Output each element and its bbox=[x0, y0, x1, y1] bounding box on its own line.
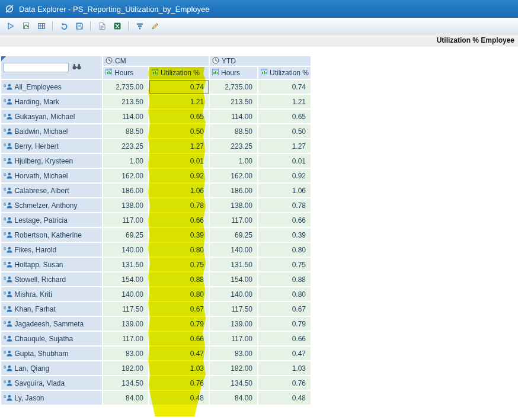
value-cell[interactable]: 0.92 bbox=[149, 169, 209, 182]
row-header[interactable]: 6Stowell, Richard bbox=[1, 272, 102, 286]
value-cell[interactable]: 117.50 bbox=[210, 302, 257, 316]
value-cell[interactable]: 0.75 bbox=[149, 258, 209, 271]
value-cell[interactable]: 0.92 bbox=[258, 169, 311, 182]
value-cell[interactable]: 223.25 bbox=[210, 139, 257, 153]
row-header[interactable]: 6Hjulberg, Krysteen bbox=[1, 154, 102, 168]
value-cell[interactable]: 0.50 bbox=[258, 124, 311, 138]
value-cell[interactable]: 154.00 bbox=[210, 272, 257, 286]
value-cell[interactable]: 140.00 bbox=[210, 287, 257, 301]
value-cell[interactable]: 0.80 bbox=[149, 287, 209, 301]
value-cell[interactable]: 0.39 bbox=[149, 228, 209, 242]
value-cell[interactable]: 182.00 bbox=[103, 361, 148, 375]
value-cell[interactable]: 0.67 bbox=[258, 302, 311, 316]
row-header[interactable]: 6Lestage, Patricia bbox=[1, 213, 102, 227]
value-cell[interactable]: 0.39 bbox=[258, 228, 311, 242]
value-cell[interactable]: 131.50 bbox=[103, 258, 148, 271]
row-header[interactable]: 6Savguira, Vlada bbox=[1, 376, 102, 390]
value-cell[interactable]: 117.00 bbox=[210, 213, 257, 227]
value-cell[interactable]: 139.00 bbox=[210, 317, 257, 331]
value-cell[interactable]: 0.65 bbox=[258, 110, 311, 123]
run-button[interactable] bbox=[4, 19, 17, 33]
value-cell[interactable]: 84.00 bbox=[103, 391, 148, 405]
binoculars-icon[interactable] bbox=[72, 63, 81, 72]
value-cell[interactable]: 0.65 bbox=[149, 110, 209, 123]
value-cell[interactable]: 0.50 bbox=[149, 124, 209, 138]
value-cell[interactable]: 117.50 bbox=[103, 302, 148, 316]
row-header[interactable]: 6Schmelzer, Anthony bbox=[1, 198, 102, 212]
value-cell[interactable]: 1.03 bbox=[258, 361, 311, 375]
value-cell[interactable]: 162.00 bbox=[210, 169, 257, 182]
value-cell[interactable]: 223.25 bbox=[103, 139, 148, 153]
value-cell[interactable]: 134.50 bbox=[103, 376, 148, 390]
value-cell[interactable]: 0.66 bbox=[149, 213, 209, 227]
new-document-button[interactable] bbox=[95, 19, 108, 33]
value-cell[interactable]: 154.00 bbox=[103, 272, 148, 286]
value-cell[interactable]: 0.66 bbox=[149, 332, 209, 345]
value-cell[interactable]: 0.47 bbox=[258, 347, 311, 360]
value-cell[interactable]: 140.00 bbox=[103, 287, 148, 301]
value-cell[interactable]: 117.00 bbox=[103, 332, 148, 345]
row-header[interactable]: 6Lan, Qiang bbox=[1, 361, 102, 375]
value-cell[interactable]: 69.25 bbox=[210, 228, 257, 242]
column-header-ytd-hours[interactable]: Hours bbox=[210, 67, 257, 79]
row-header[interactable]: 6Gupta, Shubham bbox=[1, 347, 102, 360]
value-cell[interactable]: 0.48 bbox=[258, 391, 311, 405]
row-header[interactable]: 6Khan, Farhat bbox=[1, 302, 102, 316]
value-cell[interactable]: 0.79 bbox=[258, 317, 311, 331]
value-cell[interactable]: 0.80 bbox=[149, 243, 209, 257]
value-cell[interactable]: 162.00 bbox=[103, 169, 148, 182]
value-cell[interactable]: 0.76 bbox=[149, 376, 209, 390]
row-header[interactable]: 6Harding, Mark bbox=[1, 95, 102, 108]
value-cell[interactable]: 0.80 bbox=[258, 287, 311, 301]
value-cell[interactable]: 84.00 bbox=[210, 391, 257, 405]
value-cell[interactable]: 131.50 bbox=[210, 258, 257, 271]
value-cell[interactable]: 1.27 bbox=[149, 139, 209, 153]
column-header-cm-utilization[interactable]: Utilization % bbox=[149, 67, 209, 79]
value-cell[interactable]: 0.78 bbox=[258, 198, 311, 212]
value-cell[interactable]: 0.48 bbox=[149, 391, 209, 405]
search-input[interactable] bbox=[4, 63, 69, 72]
value-cell[interactable]: 0.75 bbox=[258, 258, 311, 271]
value-cell[interactable]: 0.88 bbox=[149, 272, 209, 286]
value-cell[interactable]: 0.78 bbox=[149, 198, 209, 212]
row-header[interactable]: 6Ly, Jason bbox=[1, 391, 102, 405]
value-cell[interactable]: 1.00 bbox=[210, 154, 257, 168]
value-cell[interactable]: 0.74 bbox=[258, 80, 311, 94]
value-cell[interactable]: 213.50 bbox=[210, 95, 257, 108]
value-cell[interactable]: 69.25 bbox=[103, 228, 148, 242]
value-cell[interactable]: 1.00 bbox=[103, 154, 148, 168]
column-header-cm-hours[interactable]: Hours bbox=[103, 67, 148, 79]
value-cell[interactable]: 0.74 bbox=[149, 80, 209, 94]
value-cell[interactable]: 0.01 bbox=[149, 154, 209, 168]
row-header[interactable]: 6Horvath, Michael bbox=[1, 169, 102, 182]
value-cell[interactable]: 0.01 bbox=[258, 154, 311, 168]
value-cell[interactable]: 213.50 bbox=[103, 95, 148, 108]
value-cell[interactable]: 114.00 bbox=[210, 110, 257, 123]
value-cell[interactable]: 0.88 bbox=[258, 272, 311, 286]
edit-button[interactable] bbox=[148, 19, 162, 33]
value-cell[interactable]: 1.03 bbox=[149, 361, 209, 375]
value-cell[interactable]: 0.79 bbox=[149, 317, 209, 331]
row-header[interactable]: 6Baldwin, Michael bbox=[1, 124, 102, 138]
row-header[interactable]: 6Fikes, Harold bbox=[1, 243, 102, 257]
undo-button[interactable] bbox=[57, 19, 71, 33]
export-excel-button[interactable] bbox=[110, 19, 124, 33]
column-header-ytd-utilization[interactable]: Utilization % bbox=[258, 67, 311, 79]
value-cell[interactable]: 2,735.00 bbox=[210, 80, 257, 94]
value-cell[interactable]: 88.50 bbox=[103, 124, 148, 138]
value-cell[interactable]: 1.21 bbox=[149, 95, 209, 108]
value-cell[interactable]: 0.47 bbox=[149, 347, 209, 360]
row-header[interactable]: 6Robertson, Katherine bbox=[1, 228, 102, 242]
column-group-cm[interactable]: CM bbox=[103, 56, 209, 66]
value-cell[interactable]: 117.00 bbox=[210, 332, 257, 345]
row-header[interactable]: 6Holtapp, Susan bbox=[1, 258, 102, 271]
save-button[interactable] bbox=[72, 19, 86, 33]
value-cell[interactable]: 0.66 bbox=[258, 332, 311, 345]
value-cell[interactable]: 0.67 bbox=[149, 302, 209, 316]
row-header[interactable]: 6Berry, Herbert bbox=[1, 139, 102, 153]
value-cell[interactable]: 1.21 bbox=[258, 95, 311, 108]
value-cell[interactable]: 134.50 bbox=[210, 376, 257, 390]
value-cell[interactable]: 1.06 bbox=[149, 184, 209, 197]
value-cell[interactable]: 139.00 bbox=[103, 317, 148, 331]
value-cell[interactable]: 138.00 bbox=[210, 198, 257, 212]
